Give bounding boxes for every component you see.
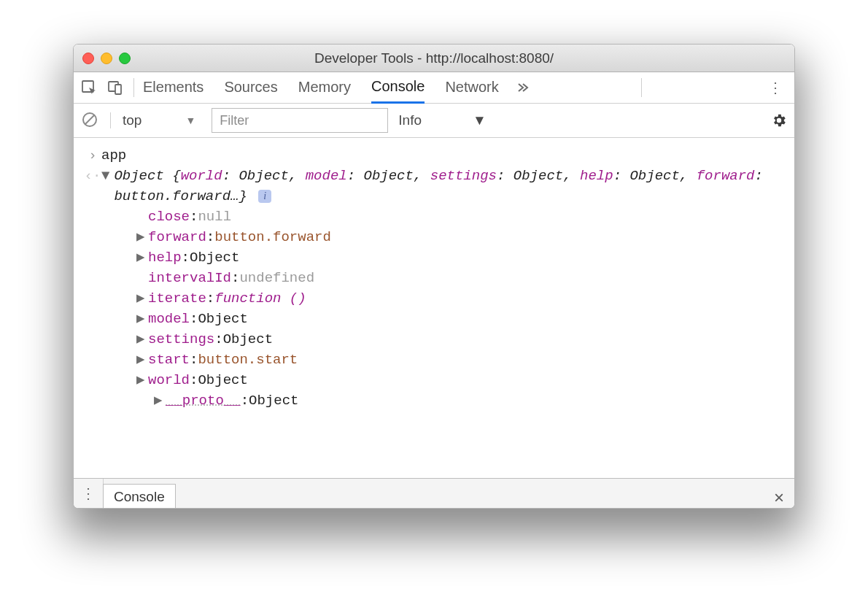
output-caret-icon: ‹· [84,166,101,186]
log-level-value: Info [398,112,422,128]
summary-tail: } [239,188,247,204]
tab-network[interactable]: Network [445,73,498,102]
titlebar: Developer Tools - http://localhost:8080/ [74,45,794,72]
expand-icon[interactable]: ▶ [136,288,148,309]
object-property[interactable]: ▶iterate: function () [84,288,784,309]
console-output: › app ‹· ▼ Object {world: Object, model:… [74,138,794,481]
expand-icon [136,207,148,227]
property-value: Object [190,247,239,268]
window-title: Developer Tools - http://localhost:8080/ [74,50,794,66]
property-value: undefined [239,268,314,288]
property-key: intervalId [148,268,231,288]
svg-line-4 [85,115,95,125]
property-key: forward [148,227,206,247]
expand-icon [136,268,148,288]
property-key: world [148,370,190,390]
expand-icon[interactable]: ▶ [136,350,148,370]
log-level-selector[interactable]: Info ▼ [398,112,487,128]
inspect-element-icon[interactable] [80,78,98,97]
summary-key: model [306,168,347,184]
property-value: Object [198,370,247,390]
summary-val: Object [514,168,563,184]
expand-icon[interactable]: ▶ [154,390,166,411]
clear-console-icon[interactable] [81,111,100,130]
tab-memory[interactable]: Memory [298,73,351,102]
panel-tabs: Elements Sources Memory Console Network [143,72,499,103]
property-key: start [148,350,190,370]
more-tabs-icon[interactable] [515,80,530,95]
expand-icon[interactable]: ▶ [136,329,148,350]
summary-key: settings [430,168,497,184]
summary-val: Object [239,168,288,184]
object-property: close: null [84,207,784,227]
summary-lead: Object { [114,168,180,184]
property-value: function () [214,288,306,309]
object-summary: Object {world: Object, model: Object, se… [114,166,784,207]
property-key: iterate [148,288,206,309]
property-value: button.start [198,350,298,370]
devtools-window: Developer Tools - http://localhost:8080/… [73,44,795,509]
property-key: model [148,309,190,329]
drawer: ⋮ Console × [74,478,794,508]
property-key: __proto__ [166,390,241,411]
object-property[interactable]: ▶help: Object [84,247,784,268]
context-selector-value: top [123,112,142,128]
summary-key: forward [697,168,755,184]
device-toolbar-icon[interactable] [106,78,125,97]
property-value: Object [249,390,298,411]
property-key: close [148,207,190,227]
svg-rect-2 [115,85,121,94]
property-key: help [148,247,182,268]
console-settings-icon[interactable] [771,112,787,128]
kebab-menu-icon[interactable]: ⋮ [762,79,788,96]
tab-sources[interactable]: Sources [224,73,277,102]
property-value: button.forward [214,227,331,247]
property-value: null [198,207,231,227]
input-caret-icon: › [84,145,101,166]
console-filter-bar: top ▼ Info ▼ [74,104,794,138]
drawer-menu-icon[interactable]: ⋮ [74,479,104,508]
drawer-close-icon[interactable]: × [764,487,794,508]
filter-input[interactable] [212,108,388,133]
object-property[interactable]: ▶forward: button.forward [84,227,784,247]
main-tabstrip: Elements Sources Memory Console Network … [74,72,794,104]
chevron-down-icon: ▼ [185,115,195,126]
expand-icon[interactable]: ▶ [136,247,148,268]
object-property[interactable]: ▶start: button.start [84,350,784,370]
expand-icon[interactable]: ▶ [136,309,148,329]
object-property: intervalId: undefined [84,268,784,288]
expand-icon[interactable]: ▶ [136,227,148,247]
object-property[interactable]: ▶ __proto__: Object [84,390,784,411]
divider [641,78,642,97]
collapse-icon[interactable]: ▼ [101,166,114,186]
object-property[interactable]: ▶world: Object [84,370,784,390]
drawer-tab-console[interactable]: Console [103,484,176,508]
property-key: settings [148,329,214,350]
summary-key: world [181,168,222,184]
property-value: Object [198,309,247,329]
console-input-text: app [101,145,126,166]
context-selector[interactable]: top ▼ [110,112,201,128]
summary-key: help [580,168,613,184]
info-icon[interactable]: i [258,190,271,203]
summary-val: button.forward… [114,188,239,204]
divider [133,78,134,97]
expand-icon[interactable]: ▶ [136,370,148,390]
console-output-row[interactable]: ‹· ▼ Object {world: Object, model: Objec… [84,166,784,207]
summary-val: Object [629,168,679,184]
console-input-row: › app [84,145,784,166]
tab-elements[interactable]: Elements [143,73,204,102]
object-property[interactable]: ▶model: Object [84,309,784,329]
chevron-down-icon: ▼ [473,112,487,128]
tab-console[interactable]: Console [371,72,425,104]
object-property[interactable]: ▶settings: Object [84,329,784,350]
property-value: Object [223,329,273,350]
summary-val: Object [364,168,414,184]
